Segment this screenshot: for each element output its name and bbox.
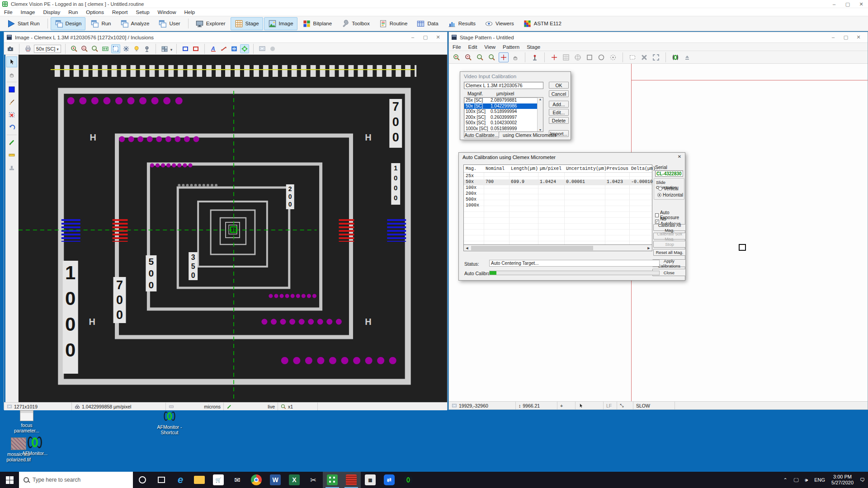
stage-button[interactable]: Stage: [231, 17, 263, 30]
table-row[interactable]: 200x: [464, 191, 652, 197]
stage-pan-icon[interactable]: [510, 52, 520, 62]
stage-close-button[interactable]: [852, 34, 865, 40]
cancel-button[interactable]: Cancel: [549, 90, 569, 97]
table-row[interactable]: 1000x: [464, 203, 652, 209]
run-button[interactable]: Run: [86, 17, 115, 30]
pattern-sphere-icon[interactable]: [573, 52, 583, 62]
store-button[interactable]: 🛒: [209, 472, 228, 488]
camera-name-field[interactable]: Clemex L 1.3M #12030576: [464, 82, 543, 89]
delete-selection-icon[interactable]: [6, 109, 17, 120]
menu-setup[interactable]: Setup: [132, 9, 154, 15]
menu-image[interactable]: Image: [17, 9, 39, 15]
taskbar-search[interactable]: Type here to search: [19, 472, 133, 488]
light-bulb-icon[interactable]: [132, 44, 141, 53]
clemex-capture-button[interactable]: [342, 472, 361, 488]
stage-zoom-sel-icon[interactable]: [475, 52, 485, 62]
file-explorer-button[interactable]: [190, 472, 209, 488]
app-close-button[interactable]: [854, 0, 868, 8]
pattern-point-icon[interactable]: [549, 52, 559, 62]
word-button[interactable]: W: [266, 472, 285, 488]
toolbox-button[interactable]: Toolbox: [337, 17, 374, 30]
tray-chevron-icon[interactable]: ⌃: [780, 472, 790, 488]
stage-menu-view[interactable]: View: [481, 44, 499, 50]
action-center-icon[interactable]: 🗨: [857, 472, 868, 488]
stage-zoom-in-icon[interactable]: [452, 52, 462, 62]
excel-button[interactable]: X: [285, 472, 304, 488]
calibration-table[interactable]: Mag. Nominal Length(µm) µm/pixel Uncerta…: [463, 164, 652, 245]
color-swatch-icon[interactable]: [6, 84, 17, 95]
list-item[interactable]: 500x [SC]0.104230002: [464, 120, 543, 126]
stage-menu-stage[interactable]: Stage: [523, 44, 544, 50]
close-icon[interactable]: ✕: [676, 154, 683, 160]
clemex-vision-button[interactable]: [323, 472, 342, 488]
stage-position-marker[interactable]: [739, 244, 746, 251]
data-button[interactable]: Data: [412, 17, 442, 30]
magnification-select[interactable]: 50x [SC]: [34, 45, 61, 53]
mail-button[interactable]: ✉: [228, 472, 247, 488]
list-item[interactable]: 25x [SC]2.089799881: [464, 98, 543, 103]
cortana-button[interactable]: [133, 472, 152, 488]
zoom-in-icon[interactable]: [70, 44, 79, 53]
autofocus-target-icon[interactable]: [240, 44, 249, 53]
start-run-button[interactable]: Start Run: [3, 17, 44, 30]
stage-center-view-icon[interactable]: [499, 52, 509, 62]
table-row-highlighted[interactable]: 50x 700 699.9 1.0424 0.00061 1.0423 -0.0…: [464, 179, 652, 185]
stage-maximize-button[interactable]: [840, 34, 852, 40]
select-pattern-icon[interactable]: [627, 52, 637, 62]
stage-move-icon[interactable]: [122, 44, 131, 53]
camera-icon[interactable]: [6, 44, 15, 53]
table-row[interactable]: 100x: [464, 185, 652, 191]
ok-button[interactable]: OK: [549, 82, 569, 89]
fit-pattern-icon[interactable]: [651, 52, 661, 62]
teamviewer-button[interactable]: ⇄: [380, 472, 399, 488]
stamp-tool-icon[interactable]: [6, 162, 17, 173]
desktop-icon-afmonitor[interactable]: AFMonitor...: [19, 436, 51, 456]
chrome-button[interactable]: [247, 472, 266, 488]
brush-tool-icon[interactable]: [6, 97, 17, 108]
delete-pattern-icon[interactable]: [639, 52, 649, 62]
image-close-button[interactable]: [432, 34, 444, 40]
table-h-scrollbar[interactable]: ◄ ►: [463, 245, 652, 251]
shading-icon[interactable]: [268, 44, 277, 53]
menu-file[interactable]: File: [0, 9, 17, 15]
list-item[interactable]: 100x [SC]0.518999994: [464, 109, 543, 115]
task-view-button[interactable]: [152, 472, 171, 488]
snipping-tool-button[interactable]: ✂: [304, 472, 323, 488]
auto-calibrate-button[interactable]: Auto Calibrate...: [464, 131, 499, 138]
chevron-down-icon[interactable]: [170, 45, 173, 53]
speaker-icon[interactable]: 🕪: [802, 472, 811, 488]
calibrate-50x-mag-button[interactable]: Calibrate 50x Mag.: [653, 233, 686, 239]
add-button[interactable]: Add...: [549, 101, 569, 108]
taskbar-clock[interactable]: 3:00 PM 5/27/2020: [828, 472, 857, 488]
undo-icon[interactable]: [6, 122, 17, 133]
menu-window[interactable]: Window: [154, 9, 180, 15]
routine-button[interactable]: Routine: [375, 17, 412, 30]
desktop-icon-afmonitor-shortcut[interactable]: AFMonitor -Shortcut: [149, 409, 190, 435]
capture-icon[interactable]: [258, 44, 267, 53]
analyze-button[interactable]: Analyze: [116, 17, 154, 30]
stage-zoom-out-icon[interactable]: [463, 52, 473, 62]
measure-icon[interactable]: [219, 44, 228, 53]
hand-tool-icon[interactable]: [6, 69, 17, 80]
menu-help[interactable]: Help: [180, 9, 199, 15]
zoom-out-icon[interactable]: [80, 44, 89, 53]
astm-e112-button[interactable]: ASTM E112: [519, 17, 566, 30]
autofocus-rings-icon[interactable]: [670, 52, 680, 62]
calibration-list[interactable]: 25x [SC]2.089799881 50x [SC]1.042299986 …: [464, 97, 543, 132]
pattern-circle-icon[interactable]: [596, 52, 606, 62]
scrollbar-thumb[interactable]: [471, 246, 593, 250]
ruler-tool-icon[interactable]: [6, 150, 17, 160]
pattern-rect-icon[interactable]: [585, 52, 594, 62]
printer-icon[interactable]: [24, 44, 33, 53]
zoom-reset-icon[interactable]: [90, 44, 99, 53]
pattern-grid-icon[interactable]: [561, 52, 571, 62]
table-row[interactable]: 500x: [464, 197, 652, 203]
calibrate-all-mag-button[interactable]: Calibrate All Mag.: [653, 224, 686, 231]
image-button[interactable]: Image: [264, 17, 297, 30]
stage-minimize-button[interactable]: [827, 34, 840, 40]
select-region-icon[interactable]: [111, 44, 120, 53]
reset-all-mag-button[interactable]: Reset all Mag.: [653, 249, 686, 256]
afmonitor-taskbar-button[interactable]: [399, 472, 418, 488]
bitplane-button[interactable]: Bitplane: [298, 17, 336, 30]
stage-menu-file[interactable]: File: [449, 44, 465, 50]
